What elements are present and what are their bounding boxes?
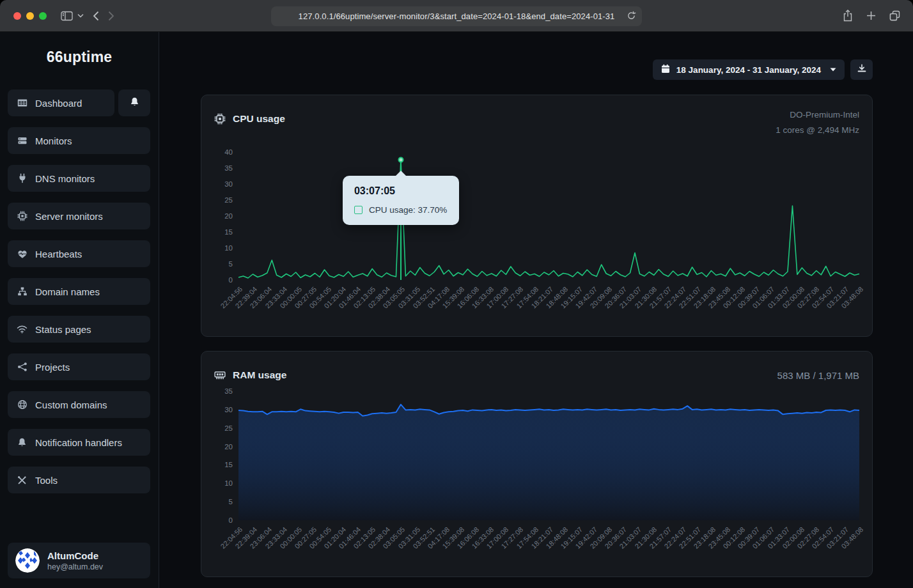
sidebar-item-monitors[interactable]: Monitors	[8, 127, 150, 154]
globe-icon	[17, 399, 27, 410]
browser-chrome: 127.0.0.1/66uptime/server-monitor/3&star…	[0, 0, 913, 32]
monitors-icon	[17, 135, 27, 146]
sidebar-item-dashboard[interactable]: Dashboard	[8, 89, 114, 116]
user-name: AltumCode	[47, 550, 103, 561]
download-button[interactable]	[850, 59, 873, 80]
grid-icon	[17, 98, 27, 108]
server-name: DO-Premium-Intel	[776, 107, 859, 123]
sidebar-item-notification-handlers[interactable]: Notification handlers	[8, 429, 150, 456]
sidebar-chevron-down-icon[interactable]	[77, 13, 84, 18]
sidebar-item-label: Custom domains	[35, 399, 107, 410]
sidebar-item-label: Projects	[35, 362, 70, 373]
ram-usage-value: 583 MB / 1,971 MB	[777, 364, 859, 381]
sidebar-item-custom-domains[interactable]: Custom domains	[8, 391, 150, 418]
avatar	[15, 548, 40, 573]
cpu-plot-area[interactable]: 03:07:05 CPU usage: 37.70%	[238, 152, 859, 280]
notifications-bell-button[interactable]	[118, 89, 150, 116]
sidebar-item-label: Status pages	[35, 324, 91, 335]
calendar-icon	[661, 64, 670, 75]
cpu-chip-icon	[214, 113, 226, 125]
user-email: hey@altum.dev	[47, 562, 103, 571]
download-icon	[857, 64, 866, 75]
chevron-down-icon	[830, 68, 836, 72]
sidebar-item-label: Monitors	[35, 135, 72, 146]
reload-icon[interactable]	[627, 10, 636, 24]
minimize-window-button[interactable]	[26, 12, 34, 20]
ram-x-axis: 22:04:5622:39:0423:06:0423:33:0400:00:05…	[238, 520, 859, 576]
card-title: RAM usage	[233, 369, 286, 381]
traffic-lights	[13, 12, 47, 20]
main-content: 18 January, 2024 - 31 January, 2024	[159, 32, 913, 588]
plug-icon	[17, 173, 27, 183]
sidebar-item-domain-names[interactable]: Domain names	[8, 278, 150, 305]
url-text: 127.0.0.1/66uptime/server-monitor/3&star…	[299, 12, 615, 21]
maximize-window-button[interactable]	[39, 12, 47, 20]
tooltip-value: CPU usage: 37.70%	[369, 205, 447, 215]
series-swatch	[354, 206, 363, 214]
url-bar[interactable]: 127.0.0.1/66uptime/server-monitor/3&star…	[271, 6, 642, 26]
card-title: CPU usage	[233, 113, 285, 125]
sidebar-item-label: Server monitors	[35, 211, 103, 222]
cpu-usage-card: CPU usage DO-Premium-Intel 1 cores @ 2,4…	[201, 95, 873, 337]
app-logo: 66uptime	[0, 49, 159, 66]
server-specs: 1 cores @ 2,494 MHz	[776, 123, 859, 138]
ram-usage-card: RAM usage 583 MB / 1,971 MB 051015202530…	[201, 351, 873, 577]
sidebar-item-label: Dashboard	[35, 98, 82, 109]
cpu-y-axis: 0510152025303540	[214, 152, 238, 280]
browser-window: 127.0.0.1/66uptime/server-monitor/3&star…	[0, 0, 913, 588]
chart-tooltip: 03:07:05 CPU usage: 37.70%	[343, 176, 459, 225]
sidebar-item-status-pages[interactable]: Status pages	[8, 316, 150, 343]
sidebar-item-dns-monitors[interactable]: DNS monitors	[8, 165, 150, 192]
bell-icon	[130, 97, 139, 110]
sidebar-item-label: Heartbeats	[35, 249, 82, 259]
sidebar-item-label: Notification handlers	[35, 437, 122, 448]
ram-plot-area[interactable]	[238, 391, 859, 520]
sidebar-item-label: Domain names	[35, 286, 100, 297]
cpu-chart: 0510152025303540 03:07:05 CPU usage: 37.…	[214, 152, 859, 336]
sidebar-item-heartbeats[interactable]: Heartbeats	[8, 240, 150, 267]
sidebar-item-server-monitors[interactable]: Server monitors	[8, 203, 150, 229]
close-window-button[interactable]	[13, 12, 21, 20]
sidebar: 66uptime Dashboard	[0, 32, 159, 588]
ram-chart: 05101520253035 22:04:5622:39:0423:06:042	[214, 391, 859, 576]
sidebar-toggle-icon[interactable]	[61, 11, 73, 21]
bell-icon	[17, 437, 27, 448]
forward-button[interactable]	[108, 11, 114, 21]
ram-icon	[214, 370, 226, 380]
cpu-chip-icon	[17, 211, 27, 221]
tooltip-time: 03:07:05	[354, 185, 448, 197]
ram-y-axis: 05101520253035	[214, 391, 238, 520]
user-card[interactable]: AltumCode hey@altum.dev	[8, 543, 150, 578]
sidebar-item-tools[interactable]: Tools	[8, 467, 150, 493]
sitemap-icon	[17, 286, 27, 297]
sidebar-item-projects[interactable]: Projects	[8, 353, 150, 380]
sidebar-item-label: DNS monitors	[35, 173, 95, 184]
tools-icon	[17, 476, 27, 485]
share-icon[interactable]	[843, 10, 853, 22]
hover-point-marker	[398, 157, 403, 162]
heart-pulse-icon	[17, 249, 27, 259]
tab-overview-icon[interactable]	[889, 10, 900, 21]
share-nodes-icon	[17, 362, 27, 372]
new-tab-plus-icon[interactable]	[866, 11, 876, 20]
wifi-icon	[17, 325, 27, 334]
cpu-x-axis: 22:04:5622:39:0423:06:0423:33:0400:00:05…	[238, 280, 859, 336]
back-button[interactable]	[93, 11, 99, 21]
date-range-picker[interactable]: 18 January, 2024 - 31 January, 2024	[653, 59, 845, 80]
sidebar-item-label: Tools	[35, 475, 58, 486]
date-range-label: 18 January, 2024 - 31 January, 2024	[676, 65, 821, 75]
